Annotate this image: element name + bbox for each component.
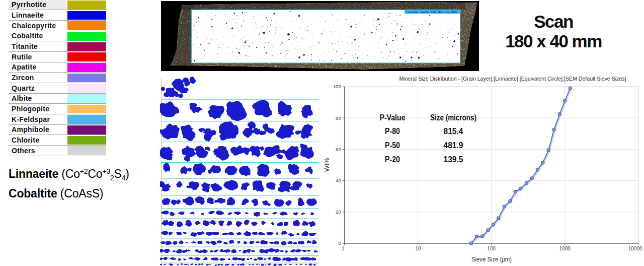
svg-text:40: 40 [336, 178, 341, 183]
svg-text:Linnaeite Area%: 1.85 #Parti: Linnaeite Area%: 1.85 #Particle: 6085 [406, 11, 457, 14]
svg-text:P-80: P-80 [385, 127, 400, 136]
svg-text:P-50: P-50 [385, 141, 400, 150]
svg-text:20: 20 [336, 209, 341, 215]
svg-text:815.4: 815.4 [444, 127, 463, 136]
svg-text:P-Value: P-Value [380, 113, 406, 122]
svg-text:Wt%: Wt% [323, 158, 331, 172]
svg-text:0: 0 [338, 240, 341, 246]
svg-text:481.9: 481.9 [444, 141, 463, 150]
svg-text:100: 100 [333, 84, 341, 89]
svg-text:Mineral Size Distribution - [G: Mineral Size Distribution - [Grain Layer… [399, 76, 626, 82]
svg-text:60: 60 [336, 147, 341, 152]
svg-text:10000: 10000 [628, 246, 642, 251]
svg-text:P-20: P-20 [385, 155, 400, 164]
svg-text:Sieve Size (µm): Sieve Size (µm) [471, 255, 512, 263]
svg-text:1: 1 [342, 246, 345, 251]
svg-text:139.5: 139.5 [444, 155, 463, 164]
svg-text:10: 10 [415, 246, 421, 251]
svg-text:100: 100 [487, 246, 496, 251]
svg-text:Size (microns): Size (microns) [430, 113, 476, 122]
svg-text:80: 80 [336, 115, 341, 121]
svg-text:1000: 1000 [559, 246, 571, 251]
